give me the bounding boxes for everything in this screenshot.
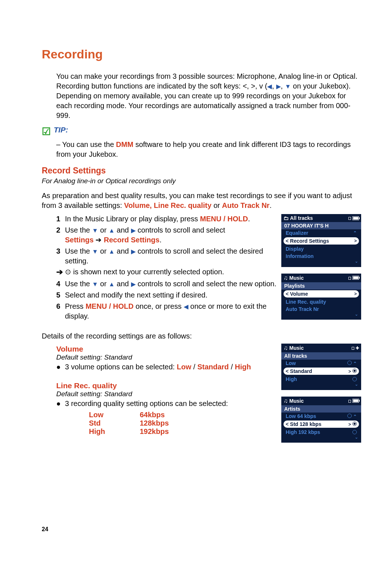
scroll-up-icon: ⌃ — [353, 361, 357, 366]
device-item-equalizer: Equalizer⌃ — [281, 229, 361, 237]
dev3-title: Music — [289, 345, 304, 351]
s4-b: or — [98, 280, 109, 288]
vb-low: Low — [177, 363, 191, 371]
s1-red: MENU / HOLD — [200, 215, 248, 223]
radio-icon — [347, 361, 352, 365]
linerec-bullet: ● 3 recording quality setting options ca… — [56, 399, 277, 408]
up-triangle-icon: ▲ — [109, 281, 115, 288]
dev4-i1: Std 128 kbps — [290, 421, 321, 427]
s2-a: Use the — [65, 226, 92, 234]
device-item-autotrack: Auto Track Nr — [281, 305, 361, 313]
scroll-down-icon: ⌄ — [281, 260, 361, 263]
quality-table: Low 64kbps Std 128kbps High 192kbps — [89, 411, 277, 436]
step-body: Press MENU / HOLD once, or press ◀ once … — [65, 302, 277, 321]
s4-d: controls to scroll and select the new op… — [136, 280, 277, 288]
s1-a: In the Music Library or play display, pr… — [65, 215, 200, 223]
manual-page: Recording You can make your recordings f… — [0, 0, 392, 566]
right-triangle-icon: ▶ — [276, 83, 281, 90]
tip-label: TIP: — [54, 126, 68, 134]
quality-row: Std 128kbps — [89, 419, 277, 427]
quality-label: Std — [89, 419, 140, 427]
step-body: Use the ▼ or ▲ and ▶ controls to scroll … — [65, 225, 277, 245]
device-sub: Artists — [281, 405, 361, 413]
s6-b: once, or press — [134, 302, 184, 310]
s3-a: Use the — [65, 247, 92, 255]
volume-heading: Volume — [56, 345, 277, 353]
battery-icon — [352, 216, 359, 220]
arrow-text: is shown next to your currently selected… — [71, 268, 224, 276]
device-header: 🗀All tracks — [281, 214, 361, 222]
radio-icon — [347, 414, 352, 418]
s2-b: or — [98, 226, 109, 234]
up-triangle-icon: ▲ — [109, 227, 115, 234]
intro-text-1b: on your Jukebox). — [291, 82, 351, 90]
battery-icon — [352, 399, 359, 403]
plug-icon — [350, 346, 354, 350]
dev4-i0: Low 64 kbps — [286, 413, 316, 419]
right-column: 🗀All tracks 07 HOORAY IT'S H Equalizer⌃ … — [281, 214, 361, 449]
scroll-down-icon: ⌄ — [281, 436, 361, 439]
tip-text-a: – You can use the — [56, 140, 116, 148]
checkmark-icon: ☑ — [42, 126, 51, 138]
header-icons — [347, 276, 359, 280]
s2-l2a: Settings — [65, 236, 94, 244]
dev4-i2: High 192 kbps — [286, 429, 320, 435]
intro-paragraph-1: You can make your recordings from 3 poss… — [56, 71, 361, 91]
step-1: 1 In the Music Library or play display, … — [56, 214, 277, 224]
device-item-high192: High 192 kbps — [281, 428, 361, 436]
device-screenshot-1: 🗀All tracks 07 HOORAY IT'S H Equalizer⌃ … — [281, 214, 361, 267]
quality-value: 64kbps — [140, 411, 165, 419]
device-item-std128: < Std 128 kbps> — [283, 421, 359, 428]
step-3: 3 Use the ▼ or ▲ and ▶ controls to scrol… — [56, 246, 277, 266]
device-header: ♫Music — [281, 274, 361, 282]
device-header: ♫Music — [281, 397, 361, 405]
vb-s1: / — [191, 363, 197, 371]
page-title: Recording — [42, 47, 361, 61]
plus-icon: ✚ — [356, 346, 359, 350]
step-number: 4 — [56, 279, 65, 289]
s2-arrow: ➔ — [94, 236, 104, 244]
radio-selected-icon — [352, 369, 357, 373]
page-number: 24 — [42, 526, 48, 533]
plug-icon — [347, 216, 351, 220]
step-6: 6 Press MENU / HOLD once, or press ◀ onc… — [56, 302, 277, 321]
step-number: 3 — [56, 246, 65, 266]
device-item-high: High — [281, 376, 361, 383]
tip-body: – You can use the DMM software to help y… — [56, 140, 361, 159]
quality-row: Low 64kbps — [89, 411, 277, 419]
device-item-standard: < Standard> — [283, 368, 359, 375]
volume-default: Default setting: Standard — [56, 353, 277, 361]
s6-a: Press — [65, 302, 86, 310]
s4-c: and — [115, 280, 131, 288]
music-note-icon: ♫ — [283, 275, 288, 281]
down-triangle-icon: ▼ — [92, 281, 98, 288]
quality-value: 192kbps — [140, 427, 169, 436]
device-item-linerec: Line Rec. quality — [281, 298, 361, 305]
right-triangle-icon: ▶ — [131, 281, 136, 288]
tip-dmm: DMM — [116, 140, 134, 148]
left-triangle-icon: ◀ — [267, 83, 272, 90]
dev2-title: Music — [289, 275, 304, 281]
step-body: Use the ▼ or ▲ and ▶ controls to scroll … — [65, 279, 277, 289]
s2-d: controls to scroll and select — [136, 226, 225, 234]
vb-high: High — [235, 363, 251, 371]
plug-icon — [347, 276, 351, 280]
step-number: 2 — [56, 225, 65, 245]
arrow-result-line: ➔ ⊙ is shown next to your currently sele… — [56, 267, 277, 277]
dev3-i0: Low — [286, 360, 296, 366]
vb-std: Standard — [197, 363, 229, 371]
device-item-display: Display — [281, 245, 361, 253]
s2-c: and — [115, 226, 131, 234]
volume-bullet: ● 3 volume options can be selected: Low … — [56, 363, 277, 371]
down-triangle-icon: ▼ — [92, 248, 98, 255]
dev1-i1: Record Settings — [290, 238, 329, 244]
device-screenshot-2: ♫Music Playlists < Volume> Line Rec. qua… — [281, 274, 361, 320]
radio-icon — [352, 430, 357, 434]
device-screenshot-4: ♫Music Artists Low 64 kbps ⌃ < Std 128 k… — [281, 397, 361, 443]
scroll-up-icon: ⌃ — [353, 414, 357, 419]
ri-d: Auto Track Nr — [222, 201, 269, 209]
step-number: 6 — [56, 302, 65, 321]
s3-b: or — [98, 247, 109, 255]
ri-c: or — [212, 201, 222, 209]
device-item-volume: < Volume> — [283, 290, 359, 298]
